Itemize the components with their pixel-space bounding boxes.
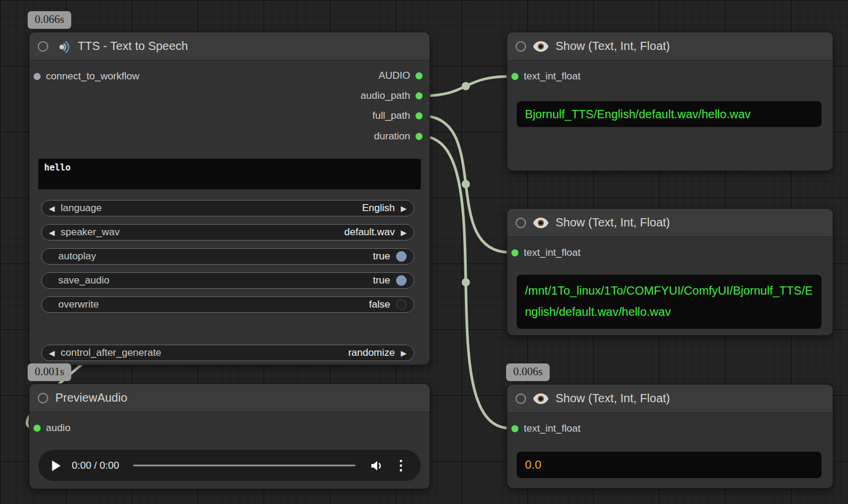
combo-left-arrow-icon[interactable]: ◀ bbox=[49, 229, 55, 236]
collapse-dot[interactable] bbox=[38, 393, 48, 403]
output-slot-duration[interactable]: duration bbox=[374, 130, 423, 143]
input-slot-text-int-float[interactable]: text_int_float bbox=[511, 422, 580, 435]
node-title-bar[interactable]: Show (Text, Int, Float) bbox=[507, 209, 833, 237]
widget-label: language bbox=[61, 202, 102, 214]
widget-value: randomize bbox=[348, 347, 395, 359]
widget-language[interactable]: ◀ language English ▶ bbox=[41, 200, 414, 216]
node-tts[interactable]: TTS - Text to Speech connect_to_workflow… bbox=[29, 32, 430, 365]
input-port-icon[interactable] bbox=[511, 73, 518, 80]
node-preview-audio[interactable]: PreviewAudio audio 0:00 / 0:00 ⋮ bbox=[29, 384, 430, 489]
execution-time-badge: 0.001s bbox=[28, 363, 71, 381]
combo-right-arrow-icon[interactable]: ▶ bbox=[401, 349, 407, 357]
output-port-icon[interactable] bbox=[415, 72, 423, 79]
input-slot-label: text_int_float bbox=[524, 70, 580, 83]
collapse-dot[interactable] bbox=[38, 41, 48, 52]
combo-left-arrow-icon[interactable]: ◀ bbox=[49, 205, 55, 212]
widget-value: English bbox=[362, 202, 395, 214]
input-slot-label: text_int_float bbox=[524, 422, 580, 435]
eye-icon bbox=[533, 393, 548, 404]
widget-value: default.wav bbox=[344, 226, 395, 238]
widget-speaker-wav[interactable]: ◀ speaker_wav default.wav ▶ bbox=[41, 224, 414, 241]
combo-right-arrow-icon[interactable]: ▶ bbox=[401, 229, 407, 236]
widget-label: control_after_generate bbox=[61, 347, 161, 359]
link-midpoint-dot bbox=[462, 82, 470, 91]
kebab-menu-icon[interactable]: ⋮ bbox=[394, 459, 408, 472]
audio-time-label: 0:00 / 0:00 bbox=[72, 460, 119, 472]
input-slot-label: audio bbox=[46, 422, 71, 435]
widget-value: false bbox=[369, 299, 390, 311]
widget-label: save_audio bbox=[58, 275, 109, 286]
output-port-icon[interactable] bbox=[415, 112, 423, 119]
widget-overwrite[interactable]: overwrite false bbox=[41, 296, 414, 313]
node-title-bar[interactable]: Show (Text, Int, Float) bbox=[507, 385, 833, 413]
output-port-icon[interactable] bbox=[415, 133, 423, 140]
link-duration-to-show-bottom bbox=[422, 136, 510, 428]
node-title-bar[interactable]: PreviewAudio bbox=[29, 384, 430, 412]
link-audiopath-to-show-top bbox=[422, 76, 510, 96]
show-value-display: 0.0 bbox=[517, 452, 822, 478]
node-title: PreviewAudio bbox=[55, 391, 127, 405]
input-slot-audio[interactable]: audio bbox=[34, 422, 71, 435]
node-title: Show (Text, Int, Float) bbox=[556, 216, 670, 229]
node-title: Show (Text, Int, Float) bbox=[556, 392, 670, 405]
widget-control-after-generate[interactable]: ◀ control_after_generate randomize ▶ bbox=[41, 345, 414, 361]
node-show-top[interactable]: Show (Text, Int, Float) text_int_float B… bbox=[507, 32, 833, 171]
input-slot-text-int-float[interactable]: text_int_float bbox=[511, 246, 580, 259]
widget-label: overwrite bbox=[58, 299, 99, 311]
node-show-mid[interactable]: Show (Text, Int, Float) text_int_float /… bbox=[507, 209, 833, 335]
input-slot-text-int-float[interactable]: text_int_float bbox=[511, 70, 580, 83]
toggle-knob[interactable] bbox=[396, 299, 407, 310]
widget-value: true bbox=[373, 251, 390, 262]
input-port-icon[interactable] bbox=[34, 73, 41, 80]
node-show-bottom[interactable]: Show (Text, Int, Float) text_int_float 0… bbox=[507, 385, 833, 488]
input-slot-connect-to-workflow[interactable]: connect_to_workflow bbox=[34, 70, 139, 83]
toggle-knob[interactable] bbox=[396, 275, 407, 286]
text-input-widget[interactable]: hello bbox=[38, 159, 421, 189]
eye-icon bbox=[533, 218, 548, 228]
execution-time-badge: 0.006s bbox=[506, 363, 550, 381]
collapse-dot[interactable] bbox=[516, 393, 526, 404]
input-slot-label: text_int_float bbox=[524, 246, 580, 259]
eye-icon bbox=[533, 41, 548, 52]
collapse-dot[interactable] bbox=[516, 218, 526, 228]
input-port-icon[interactable] bbox=[511, 425, 518, 432]
show-value-display: /mnt/1To_linux/1To/COMFYUI/ComfyUI/Bjorn… bbox=[517, 275, 822, 329]
node-title: TTS - Text to Speech bbox=[78, 39, 188, 53]
output-slot-label: AUDIO bbox=[378, 69, 410, 82]
link-fullpath-to-show-mid bbox=[422, 116, 510, 252]
input-port-icon[interactable] bbox=[34, 425, 41, 432]
input-slot-label: connect_to_workflow bbox=[46, 70, 139, 83]
widget-save-audio[interactable]: save_audio true bbox=[41, 272, 414, 289]
widget-label: speaker_wav bbox=[61, 226, 119, 238]
link-midpoint-dot bbox=[462, 180, 470, 188]
widget-value: true bbox=[373, 275, 390, 286]
node-title: Show (Text, Int, Float) bbox=[556, 39, 670, 53]
toggle-knob[interactable] bbox=[396, 251, 407, 262]
output-slot-label: full_path bbox=[373, 109, 410, 122]
combo-left-arrow-icon[interactable]: ◀ bbox=[49, 349, 55, 357]
node-graph-canvas[interactable]: 0.066s 0.001s 0.006s TTS - Text to Speec… bbox=[0, 0, 848, 504]
link-midpoint-dot bbox=[462, 278, 470, 286]
volume-icon[interactable] bbox=[370, 459, 384, 472]
combo-right-arrow-icon[interactable]: ▶ bbox=[401, 205, 407, 212]
output-slot-full-path[interactable]: full_path bbox=[373, 109, 423, 122]
output-slot-label: duration bbox=[374, 130, 410, 143]
input-port-icon[interactable] bbox=[511, 249, 518, 256]
tts-speech-icon bbox=[55, 39, 71, 54]
output-slot-label: audio_path bbox=[361, 89, 410, 102]
show-value-display: Bjornulf_TTS/English/default.wav/hello.w… bbox=[517, 101, 822, 127]
widget-label: autoplay bbox=[58, 251, 96, 262]
audio-player[interactable]: 0:00 / 0:00 ⋮ bbox=[38, 450, 421, 481]
output-port-icon[interactable] bbox=[415, 92, 423, 99]
play-button-icon[interactable] bbox=[51, 460, 61, 472]
output-slot-audio[interactable]: AUDIO bbox=[378, 69, 423, 82]
audio-progress-track[interactable] bbox=[133, 465, 355, 466]
collapse-dot[interactable] bbox=[516, 41, 526, 52]
execution-time-badge: 0.066s bbox=[28, 11, 71, 29]
widget-autoplay[interactable]: autoplay true bbox=[41, 248, 414, 265]
node-title-bar[interactable]: TTS - Text to Speech bbox=[29, 32, 430, 61]
output-slot-audio-path[interactable]: audio_path bbox=[361, 89, 423, 102]
node-title-bar[interactable]: Show (Text, Int, Float) bbox=[507, 32, 833, 61]
